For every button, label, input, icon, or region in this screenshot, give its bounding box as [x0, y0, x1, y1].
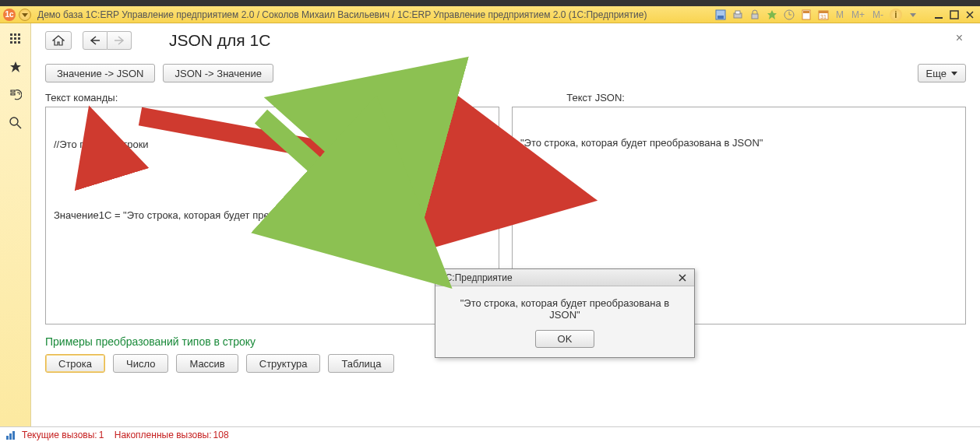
status-accum-value: 108	[213, 430, 229, 440]
dialog-close-button[interactable]	[675, 272, 689, 284]
home-button[interactable]	[45, 31, 72, 50]
memory-m[interactable]: M	[834, 9, 845, 20]
svg-rect-19	[10, 37, 12, 40]
app-logo-icon: 1c	[3, 9, 16, 21]
info-dropdown-icon[interactable]	[907, 9, 919, 21]
left-pane-label: Текст команды:	[45, 92, 118, 103]
command-text-pane[interactable]: //Это пример строки Значение1С = "Это ст…	[45, 107, 499, 324]
svg-rect-2	[717, 16, 724, 19]
message-dialog: 1С:Предприятие "Это строка, которая буде…	[435, 268, 695, 358]
tab-close-button[interactable]: ×	[953, 31, 966, 45]
svg-marker-6	[767, 10, 777, 19]
svg-rect-5	[752, 14, 758, 19]
value-to-json-button[interactable]: Значение -> JSON	[45, 64, 155, 82]
history-rail-icon[interactable]	[8, 87, 23, 103]
dialog-body: "Это строка, которая будет преобразована…	[435, 286, 694, 325]
status-current-value: 1	[99, 430, 104, 440]
titlebar-menu-dropdown[interactable]	[19, 9, 31, 21]
window-titlebar: 1c Демо база 1С:ERP Управление предприят…	[0, 6, 980, 23]
code-line: Значение1С = "Это строка, которая будет …	[54, 209, 491, 221]
status-bar: Текущие вызовы: 1 Накопленные вызовы: 10…	[0, 426, 980, 442]
type-table-button[interactable]: Таблица	[328, 354, 394, 373]
type-array-button[interactable]: Массив	[176, 354, 238, 373]
print-icon[interactable]	[731, 9, 744, 21]
svg-rect-18	[18, 33, 20, 36]
status-current-label: Текущие вызовы:	[22, 430, 97, 440]
window-title: Демо база 1С:ERP Управление предприятием…	[37, 9, 714, 20]
right-pane-label: Текст JSON:	[566, 92, 625, 103]
svg-rect-15	[950, 11, 958, 19]
svg-line-27	[17, 125, 21, 128]
svg-rect-24	[18, 41, 20, 44]
type-number-button[interactable]: Число	[113, 354, 168, 373]
svg-rect-23	[14, 41, 16, 44]
svg-text:31: 31	[820, 14, 827, 19]
history-icon[interactable]	[783, 9, 795, 21]
svg-marker-13	[910, 13, 916, 17]
svg-rect-36	[9, 433, 12, 440]
calendar-icon[interactable]: 31	[817, 9, 830, 21]
calculator-icon[interactable]	[800, 9, 813, 21]
svg-rect-14	[935, 17, 943, 19]
svg-point-26	[10, 118, 18, 125]
left-rail	[0, 23, 31, 426]
perf-icon	[5, 429, 17, 441]
type-string-button[interactable]: Строка	[45, 354, 105, 373]
svg-rect-20	[14, 37, 16, 40]
svg-rect-35	[6, 436, 9, 440]
window-close-button[interactable]	[963, 9, 977, 21]
dialog-ok-button[interactable]: OK	[535, 330, 595, 348]
status-accum-label: Накопленные вызовы:	[115, 430, 212, 440]
svg-rect-4	[735, 11, 740, 14]
info-icon[interactable]: i	[890, 9, 902, 21]
svg-marker-25	[10, 61, 21, 72]
svg-rect-22	[10, 41, 12, 44]
apps-grid-icon[interactable]	[8, 31, 23, 47]
minimize-button[interactable]	[932, 9, 946, 21]
json-to-value-button[interactable]: JSON -> Значение	[163, 64, 273, 82]
more-label: Еще	[926, 68, 947, 79]
svg-marker-28	[951, 72, 957, 75]
save-icon[interactable]	[714, 9, 727, 21]
memory-m-minus[interactable]: M-	[871, 9, 885, 20]
more-button[interactable]: Еще	[918, 64, 966, 82]
forward-button[interactable]	[108, 31, 132, 50]
svg-rect-17	[14, 33, 16, 36]
chevron-down-icon	[951, 70, 957, 76]
svg-rect-21	[18, 37, 20, 40]
workspace-header: JSON для 1С ×	[45, 31, 966, 50]
svg-rect-37	[12, 431, 15, 440]
maximize-button[interactable]	[947, 9, 961, 21]
page-title: JSON для 1С	[169, 31, 270, 50]
svg-rect-11	[819, 11, 828, 13]
lock-icon[interactable]	[749, 9, 761, 21]
code-line: //Это пример строки	[54, 139, 491, 150]
svg-rect-16	[10, 33, 12, 36]
memory-m-plus[interactable]: M+	[850, 9, 866, 20]
back-button[interactable]	[83, 31, 108, 50]
dialog-title: 1С:Предприятие	[440, 272, 513, 283]
type-struct-button[interactable]: Структура	[246, 354, 321, 373]
json-output-line: "Это строка, которая будет преобразована…	[520, 137, 957, 149]
search-rail-icon[interactable]	[8, 115, 23, 131]
favorites-star-icon[interactable]	[8, 59, 23, 75]
favorite-icon[interactable]	[766, 9, 778, 21]
svg-marker-0	[22, 13, 28, 17]
svg-rect-9	[803, 11, 809, 13]
top-dark-strip	[0, 0, 980, 6]
